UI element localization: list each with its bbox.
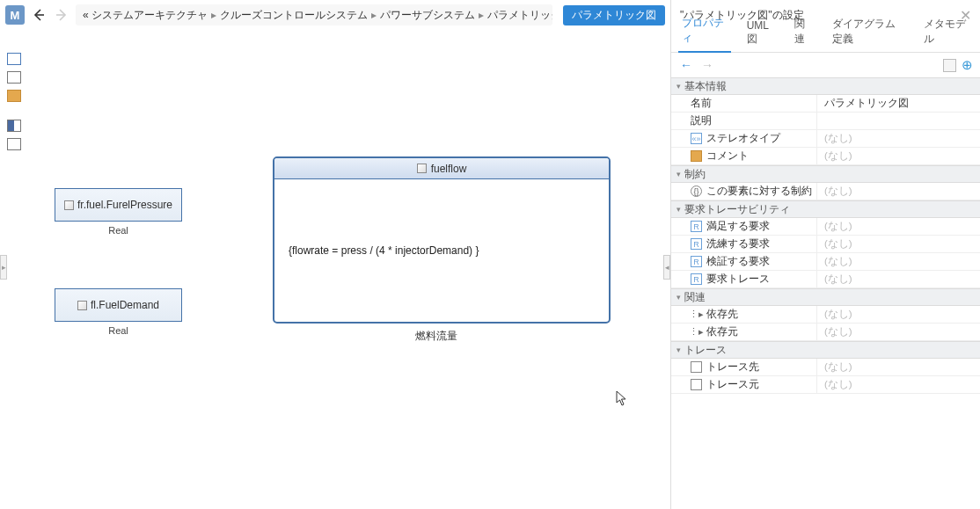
dep-icon: ⋮▸ [691,309,702,320]
property-value[interactable]: (なし) [817,306,980,323]
property-section-header[interactable]: 基本情報 [671,77,980,95]
rq-icon: R [691,238,702,250]
property-value[interactable]: (なし) [817,324,980,340]
properties-body: 基本情報名前パラメトリック図説明«»ステレオタイプ(なし)コメント(なし)制約{… [671,77,980,394]
property-row[interactable]: R要求トレース(なし) [671,271,980,288]
panel-toolbar: ← → ⊕ [671,53,980,77]
property-row[interactable]: R満足する要求(なし) [671,218,980,236]
constraint-caption: 燃料流量 [415,329,457,344]
property-row[interactable]: ⋮▸依存先(なし) [671,306,980,324]
breadcrumb-item[interactable]: パラメトリック図 [487,8,552,23]
property-value[interactable]: (なし) [817,271,980,287]
property-value[interactable]: (なし) [817,236,980,252]
block-type-label: Real [55,225,182,236]
top-toolbar: M « システムアーキテクチャ▸ クルーズコントロールシステム▸ パワーサブシス… [0,0,670,30]
property-key: コメント [671,148,817,164]
property-key: R検証する要求 [671,253,817,270]
value-property-block[interactable]: fl.FuelDemand [55,288,182,322]
property-key: {}この要素に対する制約 [671,183,817,200]
panel-tabs: プロパティ UML図 関連 ダイアグラム定義 メタモデル [671,30,980,53]
tab-diagram-def[interactable]: ダイアグラム定義 [829,17,909,52]
property-value[interactable]: (なし) [817,376,980,393]
property-value[interactable]: (なし) [817,253,980,270]
rq-icon: R [691,273,702,285]
history-back-icon[interactable]: ← [678,58,694,72]
property-value[interactable] [817,113,980,129]
block-label: fr.fuel.FurelPressure [77,199,172,211]
property-key: ⋮▸依存先 [671,306,817,323]
property-row[interactable]: トレース元(なし) [671,376,980,394]
property-row[interactable]: R検証する要求(なし) [671,253,980,271]
breadcrumb[interactable]: « システムアーキテクチャ▸ クルーズコントロールシステム▸ パワーサブシステム… [76,4,552,25]
property-section-header[interactable]: 要求トレーサビリティ [671,200,980,218]
tab-uml[interactable]: UML図 [743,19,779,52]
block-label: fl.FuelDemand [91,299,159,311]
right-panel-collapse-handle[interactable]: ◂ [663,255,670,280]
block-icon [77,301,87,310]
main-area: M « システムアーキテクチャ▸ クルーズコントロールシステム▸ パワーサブシス… [0,0,670,509]
breadcrumb-item[interactable]: システムアーキテクチャ [91,8,208,23]
property-key: ⋮▸依存元 [671,324,817,340]
tool-frame-icon[interactable] [7,138,21,150]
property-row[interactable]: 名前パラメトリック図 [671,95,980,113]
rq-icon: R [691,221,702,232]
workspace: fr.fuel.FurelPressure Real fl.FuelDemand… [0,30,670,509]
properties-panel: "パラメトリック図"の設定 ✕ プロパティ UML図 関連 ダイアグラム定義 メ… [670,0,980,509]
left-panel-expand-handle[interactable]: ▸ [0,255,7,280]
property-value[interactable]: (なし) [817,130,980,147]
property-key: 説明 [671,113,817,129]
property-key: R要求トレース [671,271,817,287]
mouse-cursor-icon [616,390,628,406]
block-icon [417,164,427,173]
property-row[interactable]: «»ステレオタイプ(なし) [671,130,980,148]
property-key: R満足する要求 [671,218,817,235]
constraint-expression: {flowrate = press / (4 * injectorDemand)… [274,179,609,257]
diagram-type-badge: パラメトリック図 [563,5,665,25]
property-value[interactable]: (なし) [817,148,980,164]
tab-properties[interactable]: プロパティ [678,16,731,53]
diagram-canvas[interactable]: fr.fuel.FurelPressure Real fl.FuelDemand… [28,30,670,509]
tab-related[interactable]: 関連 [791,17,816,52]
breadcrumb-item[interactable]: クルーズコントロールシステム [220,8,368,23]
locate-icon[interactable] [943,59,956,72]
property-value[interactable]: パラメトリック図 [817,95,980,112]
property-section-header[interactable]: 制約 [671,165,980,183]
dep-icon: ⋮▸ [691,326,702,338]
property-key: «»ステレオタイプ [671,130,817,147]
st-icon: «» [691,133,702,144]
co-icon: {} [691,185,702,197]
add-icon[interactable]: ⊕ [962,57,973,73]
tool-rect-outline-icon[interactable] [7,53,21,65]
property-key: トレース元 [671,376,817,393]
property-row[interactable]: トレース先(なし) [671,359,980,376]
block-type-label: Real [55,325,182,336]
nav-back-icon[interactable] [30,6,48,24]
property-key: 名前 [671,95,817,112]
property-section-header[interactable]: トレース [671,341,980,359]
tr-icon [691,379,702,390]
app-logo-icon[interactable]: M [5,5,25,25]
nav-forward-icon [53,6,70,24]
property-section-header[interactable]: 関連 [671,288,980,306]
history-forward-icon: → [699,58,715,72]
rq-icon: R [691,256,702,267]
property-value[interactable]: (なし) [817,359,980,375]
cm-icon [691,150,702,162]
property-row[interactable]: 説明 [671,113,980,130]
property-key: R洗練する要求 [671,236,817,252]
tab-metamodel[interactable]: メタモデル [920,17,973,52]
tool-rect-icon[interactable] [7,71,21,84]
breadcrumb-ellipsis: « [83,9,89,21]
breadcrumb-item[interactable]: パワーサブシステム [380,8,475,23]
constraint-block[interactable]: fuelflow {flowrate = press / (4 * inject… [273,156,611,324]
constraint-header: fuelflow [274,158,609,179]
value-property-block[interactable]: fr.fuel.FurelPressure [55,188,182,222]
tool-port-icon[interactable] [7,120,21,132]
property-value[interactable]: (なし) [817,218,980,235]
tool-rect-filled-icon[interactable] [7,90,21,102]
property-row[interactable]: R洗練する要求(なし) [671,236,980,253]
property-row[interactable]: ⋮▸依存元(なし) [671,324,980,341]
property-row[interactable]: {}この要素に対する制約(なし) [671,183,980,200]
property-value[interactable]: (なし) [817,183,980,200]
property-row[interactable]: コメント(なし) [671,148,980,165]
